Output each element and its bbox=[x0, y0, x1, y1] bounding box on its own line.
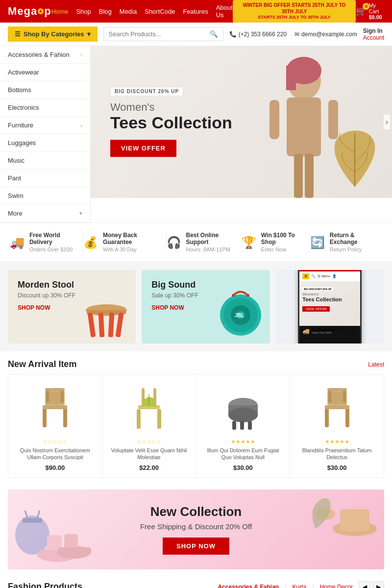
main-nav: Home Shop Blog Media ShortCode Features … bbox=[51, 4, 233, 19]
sidebar: Accessories & Fahion › Activewear Bottom… bbox=[0, 46, 91, 222]
nav-features[interactable]: Features bbox=[183, 8, 208, 15]
product-stars-2: ☆☆☆☆☆ bbox=[108, 439, 190, 445]
email-address: demo@example.com bbox=[301, 31, 357, 38]
topbar: Mega p Home Shop Blog Media ShortCode Fe… bbox=[0, 0, 392, 23]
svg-rect-60 bbox=[340, 509, 369, 531]
new-arrivals-title: New Arrival Item bbox=[8, 359, 76, 369]
sidebar-item-furniture[interactable]: Furniture › bbox=[0, 117, 90, 134]
promo-card-speaker: Big Sound Sale up 30% OFF SHOP NOW JBL bbox=[142, 270, 270, 343]
logo[interactable]: Mega p bbox=[8, 5, 51, 18]
new-collection-title: New Collection bbox=[150, 504, 242, 519]
svg-rect-38 bbox=[232, 421, 236, 430]
svg-rect-12 bbox=[108, 313, 115, 337]
fashion-prev-button[interactable]: ◀ bbox=[359, 581, 370, 588]
svg-rect-58 bbox=[58, 547, 91, 554]
svg-rect-39 bbox=[240, 421, 244, 430]
hero-title: Tees Collection bbox=[110, 114, 232, 132]
cart-amount: $0.00 bbox=[368, 14, 384, 20]
logo-text-mega: Mega bbox=[8, 5, 37, 18]
product-price-4: $30.00 bbox=[296, 464, 378, 471]
money-back-icon: 💰 bbox=[83, 236, 98, 249]
product-image-4 bbox=[296, 381, 378, 435]
feature-money-back: 💰 Money Back Guarantee With A 30 Day bbox=[83, 232, 166, 253]
svg-rect-50 bbox=[23, 518, 42, 523]
tab-accessories[interactable]: Accessories & Fahian bbox=[218, 584, 279, 588]
promo-stool-link[interactable]: SHOP NOW bbox=[18, 304, 50, 311]
sidebar-item-bottoms[interactable]: Bottoms bbox=[0, 81, 90, 99]
svg-rect-48 bbox=[327, 388, 347, 391]
return-icon: 🔄 bbox=[310, 236, 325, 249]
promo-cards: Morden Stool Discount up 30% OFF SHOP NO… bbox=[0, 262, 392, 351]
promo-speaker-link[interactable]: SHOP NOW bbox=[151, 304, 184, 311]
product-image-2 bbox=[108, 381, 190, 435]
svg-point-19 bbox=[246, 294, 249, 297]
search-button[interactable]: 🔍 bbox=[210, 30, 218, 38]
mobile-view-offer[interactable]: VIEW OFFER bbox=[302, 306, 330, 312]
svg-rect-33 bbox=[142, 388, 145, 407]
fashion-next-button[interactable]: ▶ bbox=[372, 581, 384, 588]
hero-cta-button[interactable]: VIEW OFFER bbox=[110, 140, 176, 157]
features-strip: 🚚 Free World Delivery Orders Over $100 💰… bbox=[0, 222, 392, 262]
section-header: New Arrival Item Latest bbox=[0, 351, 392, 374]
svg-rect-3 bbox=[305, 154, 314, 198]
svg-rect-34 bbox=[153, 388, 156, 407]
svg-rect-11 bbox=[98, 313, 105, 337]
mobile-nav-bar: ☰ 🔍 ☰ Menu 👤 bbox=[299, 271, 360, 281]
hero-content: BIG DISCOUNT 20% UP Women's Tees Collect… bbox=[110, 87, 232, 157]
svg-rect-7 bbox=[286, 66, 296, 90]
svg-rect-40 bbox=[248, 421, 252, 430]
svg-point-37 bbox=[228, 408, 258, 422]
logo-text-p: p bbox=[44, 5, 51, 18]
product-stars-1: ☆☆☆☆☆ bbox=[14, 439, 96, 445]
mobile-feature-strip: 🚚 Free World Delivery Orders Over $100 bbox=[299, 325, 360, 337]
email-icon: ✉ bbox=[294, 31, 299, 38]
product-card-4: ★★★★★ Blanditiis Praesentium Tatum Delec… bbox=[290, 374, 384, 478]
sidebar-item-more[interactable]: More ▾ bbox=[0, 205, 90, 222]
sidebar-item-accessories[interactable]: Accessories & Fahion › bbox=[0, 46, 90, 64]
product-price-1: $90.00 bbox=[14, 464, 96, 471]
product-name-4: Blanditiis Praesentium Tatum Delectus bbox=[296, 447, 378, 461]
hero-next-arrow[interactable]: › bbox=[384, 115, 390, 129]
products-grid: ☆☆☆☆☆ Quis Nostrum Exercitationem Ullam … bbox=[0, 374, 392, 486]
main-content: Accessories & Fahion › Activewear Bottom… bbox=[0, 46, 392, 222]
fashion-header: Fashion Products Accessories & Fahian | … bbox=[8, 581, 384, 588]
sign-in-button[interactable]: Sign In Account bbox=[363, 27, 384, 41]
promo-card-mobile: Megatop 🛒0 ☰ 🔍 ☰ Menu 👤 BIG DISCOUNT 20%… bbox=[276, 270, 384, 343]
sidebar-item-electronics[interactable]: Electronics bbox=[0, 99, 90, 117]
chevron-right-icon-2: › bbox=[80, 122, 82, 128]
sidebar-item-luggages[interactable]: Luggages bbox=[0, 134, 90, 152]
nav-about[interactable]: About Us bbox=[216, 4, 233, 19]
nav-blog[interactable]: Blog bbox=[99, 8, 112, 15]
new-collection-shop-now[interactable]: SHOP NOW bbox=[163, 538, 229, 555]
nav-media[interactable]: Media bbox=[120, 8, 137, 15]
feature-delivery: 🚚 Free World Delivery Orders Over $100 bbox=[10, 232, 83, 253]
latest-link[interactable]: Latest bbox=[368, 361, 384, 368]
svg-rect-13 bbox=[116, 313, 124, 338]
fashion-tabs: Accessories & Fahian | Kurta | Home Deco… bbox=[218, 583, 353, 588]
feature-return: 🔄 Return & Exchange Return Policy bbox=[310, 232, 382, 253]
fashion-section: Fashion Products Accessories & Fahian | … bbox=[0, 573, 392, 588]
chevron-down-icon-2: ▾ bbox=[79, 210, 82, 217]
search-bar: ☰ Shop By Categories ▾ 🔍 📞 (+2) 353 6666… bbox=[0, 23, 392, 46]
sidebar-item-music[interactable]: Music bbox=[0, 152, 90, 170]
product-price-3: $30.00 bbox=[202, 464, 284, 471]
svg-rect-28 bbox=[45, 388, 65, 391]
delivery-icon: 🚚 bbox=[10, 236, 24, 249]
tab-kurta[interactable]: Kurta bbox=[293, 584, 307, 588]
nav-home[interactable]: Home bbox=[51, 8, 69, 15]
nav-shop[interactable]: Shop bbox=[76, 8, 91, 15]
cart-area[interactable]: 🛒 0 My Cart $0.00 bbox=[356, 2, 384, 20]
fashion-title: Fashion Products bbox=[8, 582, 82, 588]
category-button[interactable]: ☰ Shop By Categories ▾ bbox=[8, 26, 98, 42]
svg-rect-25 bbox=[43, 405, 67, 409]
nav-shortcode[interactable]: ShortCode bbox=[145, 8, 175, 15]
trophy-icon: 🏆 bbox=[242, 236, 256, 249]
hero-badge: BIG DISCOUNT 20% UP bbox=[110, 87, 183, 96]
sidebar-item-swim[interactable]: Swim bbox=[0, 187, 90, 205]
product-card-1: ☆☆☆☆☆ Quis Nostrum Exercitationem Ullam … bbox=[8, 374, 102, 478]
search-input[interactable] bbox=[109, 30, 210, 38]
product-card-3: ★★★★★ Illum Qui Dolorem Eum Fugiat Quo V… bbox=[196, 374, 291, 478]
sidebar-item-activewear[interactable]: Activewear bbox=[0, 64, 90, 81]
tab-home-decor[interactable]: Home Decor bbox=[320, 584, 353, 588]
sidebar-item-pant[interactable]: Pant bbox=[0, 170, 90, 187]
